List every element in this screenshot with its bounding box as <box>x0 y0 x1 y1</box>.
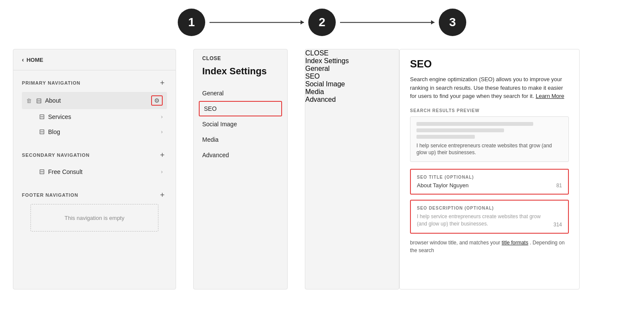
primary-nav-title: PRIMARY NAVIGATION <box>22 80 80 85</box>
nav-item-blog-label: Blog <box>48 128 158 135</box>
trash-icon: 🗑 <box>26 98 32 104</box>
close-link-2[interactable]: CLOSE <box>305 49 328 57</box>
menu-item-seo-2[interactable]: SEO <box>305 73 399 80</box>
close-link-1[interactable]: CLOSE <box>194 49 287 61</box>
title-formats-link[interactable]: title formats <box>501 240 528 246</box>
seo-desc-row: I help service entrepreneurs create webs… <box>417 213 562 228</box>
secondary-nav-header: SECONDARY NAVIGATION + <box>22 150 167 160</box>
seo-description-field[interactable]: SEO DESCRIPTION (OPTIONAL) I help servic… <box>410 200 569 234</box>
menu-item-social-image-2[interactable]: Social Image <box>305 80 399 88</box>
nav-item-services[interactable]: ⊟ Services › <box>22 109 167 124</box>
panel-index-settings-1: CLOSE Index Settings General SEO Social … <box>193 49 288 289</box>
nav-item-blog[interactable]: ⊟ Blog › <box>22 124 167 139</box>
add-footer-nav-button[interactable]: + <box>158 190 167 200</box>
search-preview-text: I help service entrepreneurs create webs… <box>416 142 562 157</box>
footer-nav-header: FOOTER NAVIGATION + <box>22 190 167 200</box>
chevron-left-icon: ‹ <box>22 56 24 63</box>
home-label: HOME <box>27 57 43 63</box>
nav-item-services-label: Services <box>48 113 158 120</box>
chevron-right-icon: › <box>161 168 163 175</box>
seo-title-count: 81 <box>556 183 562 189</box>
arrow-2 <box>340 22 434 23</box>
page-icon: ⊟ <box>39 128 45 136</box>
footer-nav-section: FOOTER NAVIGATION + This navigation is e… <box>13 183 176 235</box>
menu-item-media-1[interactable]: Media <box>194 132 287 147</box>
primary-nav-header: PRIMARY NAVIGATION + <box>22 78 167 88</box>
steps-row: 1 2 3 <box>21 9 623 36</box>
seo-page-title: SEO <box>410 58 569 70</box>
page-icon: ⊟ <box>39 113 45 121</box>
panel-index-settings-2: CLOSE Index Settings General SEO Social … <box>305 49 399 289</box>
footer-nav-empty-box: This navigation is empty <box>30 204 158 232</box>
page-icon: ⊟ <box>36 97 42 105</box>
menu-item-advanced-1[interactable]: Advanced <box>194 147 287 163</box>
index-settings-title-1: Index Settings <box>194 61 287 85</box>
secondary-nav-section: SECONDARY NAVIGATION + ⊟ Free Consult › <box>13 143 176 183</box>
arrow-1 <box>210 22 304 23</box>
seo-desc-count: 314 <box>553 222 562 228</box>
footer-nav-title: FOOTER NAVIGATION <box>22 192 78 198</box>
nav-item-about[interactable]: 🗑 ⊟ About ⚙ <box>22 92 167 109</box>
seo-title-field[interactable]: SEO TITLE (OPTIONAL) About Taylor Nguyen… <box>410 169 569 195</box>
panels-row: ‹ HOME PRIMARY NAVIGATION + 🗑 ⊟ About ⚙ … <box>13 49 631 289</box>
gear-icon[interactable]: ⚙ <box>151 95 163 106</box>
seo-title-value: About Taylor Nguyen <box>417 182 553 189</box>
seo-footer-text: browser window title, and matches your t… <box>410 239 569 254</box>
search-results-preview-label: SEARCH RESULTS PREVIEW <box>410 108 569 113</box>
nav-item-about-label: About <box>45 97 148 104</box>
menu-item-media-2[interactable]: Media <box>305 88 399 96</box>
menu-item-advanced-2[interactable]: Advanced <box>305 96 399 104</box>
seo-desc-label: SEO DESCRIPTION (OPTIONAL) <box>417 206 562 210</box>
menu-item-general-2[interactable]: General <box>305 65 399 73</box>
seo-description-text: Search engine optimization (SEO) allows … <box>410 75 569 101</box>
step-1: 1 <box>178 9 205 36</box>
seo-title-row: About Taylor Nguyen 81 <box>417 182 562 189</box>
learn-more-link[interactable]: Learn More <box>536 93 564 99</box>
preview-line-1 <box>416 122 533 126</box>
preview-line-2 <box>416 128 504 132</box>
page-icon: ⊟ <box>39 168 45 176</box>
step-2: 2 <box>308 9 336 36</box>
add-secondary-nav-button[interactable]: + <box>158 150 167 160</box>
chevron-right-icon: › <box>161 128 163 135</box>
secondary-nav-title: SECONDARY NAVIGATION <box>22 152 90 158</box>
panel-navigation: ‹ HOME PRIMARY NAVIGATION + 🗑 ⊟ About ⚙ … <box>13 49 176 289</box>
seo-title-label: SEO TITLE (OPTIONAL) <box>417 175 562 180</box>
step-3: 3 <box>439 9 466 36</box>
nav-item-free-consult[interactable]: ⊟ Free Consult › <box>22 164 167 179</box>
footer-nav-empty-label: This navigation is empty <box>64 215 124 221</box>
menu-item-seo-1[interactable]: SEO <box>199 101 282 116</box>
nav-item-free-consult-label: Free Consult <box>48 168 158 175</box>
menu-item-general-1[interactable]: General <box>194 85 287 101</box>
seo-desc-value: I help service entrepreneurs create webs… <box>417 213 550 228</box>
primary-nav-section: PRIMARY NAVIGATION + 🗑 ⊟ About ⚙ ⊟ Servi… <box>13 70 176 143</box>
menu-item-social-image-1[interactable]: Social Image <box>194 116 287 132</box>
chevron-right-icon: › <box>161 113 163 120</box>
home-link[interactable]: ‹ HOME <box>13 49 176 70</box>
add-primary-nav-button[interactable]: + <box>158 78 167 88</box>
search-results-preview-box: I help service entrepreneurs create webs… <box>410 116 569 162</box>
panel-seo-content: SEO Search engine optimization (SEO) all… <box>399 49 580 289</box>
preview-line-3 <box>416 135 475 139</box>
index-settings-title-2: Index Settings <box>305 57 399 65</box>
